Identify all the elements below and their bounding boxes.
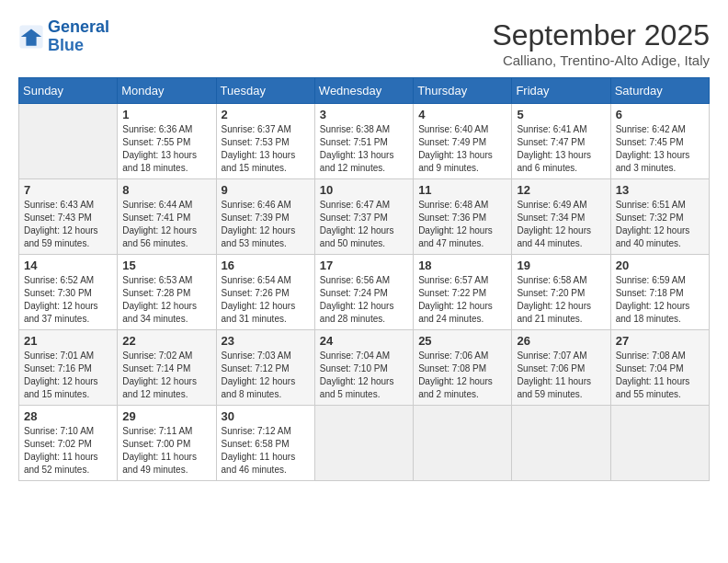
day-number: 17 [320, 259, 408, 272]
calendar-cell: 1Sunrise: 6:36 AMSunset: 7:55 PMDaylight… [118, 104, 216, 179]
day-info: Sunrise: 6:59 AMSunset: 7:18 PMDaylight:… [616, 274, 704, 326]
weekday-header-friday: Friday [512, 78, 610, 104]
day-number: 20 [616, 259, 704, 272]
calendar-week-row: 21Sunrise: 7:01 AMSunset: 7:16 PMDayligh… [19, 330, 710, 406]
day-number: 30 [222, 409, 310, 423]
day-info: Sunrise: 6:43 AMSunset: 7:43 PMDaylight:… [24, 199, 112, 250]
calendar-cell: 9Sunrise: 6:46 AMSunset: 7:39 PMDaylight… [216, 179, 314, 255]
day-number: 10 [320, 183, 408, 197]
calendar-cell: 28Sunrise: 7:10 AMSunset: 7:02 PMDayligh… [19, 406, 118, 481]
logo-text: General Blue [48, 18, 109, 55]
day-number: 21 [24, 334, 112, 348]
calendar-week-row: 14Sunrise: 6:52 AMSunset: 7:30 PMDayligh… [19, 255, 710, 330]
calendar-week-row: 28Sunrise: 7:10 AMSunset: 7:02 PMDayligh… [19, 406, 710, 481]
day-info: Sunrise: 7:12 AMSunset: 6:58 PMDaylight:… [222, 425, 310, 477]
calendar-cell: 10Sunrise: 6:47 AMSunset: 7:37 PMDayligh… [314, 179, 413, 255]
calendar-cell: 19Sunrise: 6:58 AMSunset: 7:20 PMDayligh… [512, 255, 610, 330]
calendar-cell: 18Sunrise: 6:57 AMSunset: 7:22 PMDayligh… [414, 255, 512, 330]
calendar-cell: 16Sunrise: 6:54 AMSunset: 7:26 PMDayligh… [216, 255, 314, 330]
day-number: 29 [122, 409, 210, 423]
day-info: Sunrise: 6:42 AMSunset: 7:45 PMDaylight:… [616, 123, 704, 175]
calendar-cell: 5Sunrise: 6:41 AMSunset: 7:47 PMDaylight… [512, 104, 610, 179]
day-number: 18 [418, 259, 506, 272]
day-number: 23 [222, 334, 310, 348]
day-number: 13 [616, 183, 704, 197]
day-number: 24 [320, 334, 408, 348]
calendar-cell: 24Sunrise: 7:04 AMSunset: 7:10 PMDayligh… [314, 330, 413, 406]
calendar-table: SundayMondayTuesdayWednesdayThursdayFrid… [18, 77, 710, 481]
day-info: Sunrise: 7:08 AMSunset: 7:04 PMDaylight:… [616, 350, 704, 401]
logo: General Blue [18, 18, 109, 55]
title-block: September 2025 Calliano, Trentino-Alto A… [492, 18, 710, 68]
day-number: 4 [418, 108, 506, 121]
day-info: Sunrise: 7:03 AMSunset: 7:12 PMDaylight:… [222, 350, 310, 401]
calendar-cell: 12Sunrise: 6:49 AMSunset: 7:34 PMDayligh… [512, 179, 610, 255]
day-info: Sunrise: 6:54 AMSunset: 7:26 PMDaylight:… [222, 274, 310, 326]
calendar-cell: 27Sunrise: 7:08 AMSunset: 7:04 PMDayligh… [610, 330, 709, 406]
month-title: September 2025 [492, 18, 710, 52]
day-number: 7 [24, 183, 112, 197]
calendar-cell: 6Sunrise: 6:42 AMSunset: 7:45 PMDaylight… [610, 104, 709, 179]
calendar-cell: 2Sunrise: 6:37 AMSunset: 7:53 PMDaylight… [216, 104, 314, 179]
day-number: 5 [517, 108, 605, 121]
calendar-cell: 25Sunrise: 7:06 AMSunset: 7:08 PMDayligh… [414, 330, 512, 406]
calendar-cell: 13Sunrise: 6:51 AMSunset: 7:32 PMDayligh… [610, 179, 709, 255]
day-number: 1 [122, 108, 210, 121]
day-number: 16 [222, 259, 310, 272]
calendar-cell: 8Sunrise: 6:44 AMSunset: 7:41 PMDaylight… [118, 179, 216, 255]
calendar-cell: 11Sunrise: 6:48 AMSunset: 7:36 PMDayligh… [414, 179, 512, 255]
calendar-week-row: 7Sunrise: 6:43 AMSunset: 7:43 PMDaylight… [19, 179, 710, 255]
day-info: Sunrise: 6:40 AMSunset: 7:49 PMDaylight:… [418, 123, 506, 175]
day-number: 6 [616, 108, 704, 121]
day-number: 12 [517, 183, 605, 197]
day-number: 19 [517, 259, 605, 272]
weekday-header-wednesday: Wednesday [314, 78, 413, 104]
day-info: Sunrise: 6:58 AMSunset: 7:20 PMDaylight:… [517, 274, 605, 326]
day-info: Sunrise: 7:02 AMSunset: 7:14 PMDaylight:… [122, 350, 210, 401]
weekday-header-row: SundayMondayTuesdayWednesdayThursdayFrid… [19, 78, 710, 104]
calendar-cell [414, 406, 512, 481]
day-number: 28 [24, 409, 112, 423]
day-number: 25 [418, 334, 506, 348]
day-info: Sunrise: 7:06 AMSunset: 7:08 PMDaylight:… [418, 350, 506, 401]
day-number: 9 [222, 183, 310, 197]
calendar-cell: 14Sunrise: 6:52 AMSunset: 7:30 PMDayligh… [19, 255, 118, 330]
day-info: Sunrise: 6:51 AMSunset: 7:32 PMDaylight:… [616, 199, 704, 250]
calendar-cell [314, 406, 413, 481]
calendar-cell: 4Sunrise: 6:40 AMSunset: 7:49 PMDaylight… [414, 104, 512, 179]
day-info: Sunrise: 6:46 AMSunset: 7:39 PMDaylight:… [222, 199, 310, 250]
day-info: Sunrise: 7:10 AMSunset: 7:02 PMDaylight:… [24, 425, 112, 477]
day-number: 27 [616, 334, 704, 348]
day-info: Sunrise: 6:48 AMSunset: 7:36 PMDaylight:… [418, 199, 506, 250]
day-info: Sunrise: 7:01 AMSunset: 7:16 PMDaylight:… [24, 350, 112, 401]
calendar-cell [512, 406, 610, 481]
day-info: Sunrise: 6:38 AMSunset: 7:51 PMDaylight:… [320, 123, 408, 175]
day-info: Sunrise: 7:11 AMSunset: 7:00 PMDaylight:… [122, 425, 210, 477]
day-info: Sunrise: 6:49 AMSunset: 7:34 PMDaylight:… [517, 199, 605, 250]
calendar-cell: 23Sunrise: 7:03 AMSunset: 7:12 PMDayligh… [216, 330, 314, 406]
logo-icon [18, 24, 44, 50]
calendar-week-row: 1Sunrise: 6:36 AMSunset: 7:55 PMDaylight… [19, 104, 710, 179]
day-number: 2 [222, 108, 310, 121]
day-info: Sunrise: 7:07 AMSunset: 7:06 PMDaylight:… [517, 350, 605, 401]
day-number: 11 [418, 183, 506, 197]
calendar-cell: 15Sunrise: 6:53 AMSunset: 7:28 PMDayligh… [118, 255, 216, 330]
calendar-cell: 3Sunrise: 6:38 AMSunset: 7:51 PMDaylight… [314, 104, 413, 179]
day-number: 8 [122, 183, 210, 197]
day-info: Sunrise: 6:44 AMSunset: 7:41 PMDaylight:… [122, 199, 210, 250]
day-info: Sunrise: 6:56 AMSunset: 7:24 PMDaylight:… [320, 274, 408, 326]
day-info: Sunrise: 6:57 AMSunset: 7:22 PMDaylight:… [418, 274, 506, 326]
weekday-header-monday: Monday [118, 78, 216, 104]
weekday-header-sunday: Sunday [19, 78, 118, 104]
weekday-header-tuesday: Tuesday [216, 78, 314, 104]
day-info: Sunrise: 6:41 AMSunset: 7:47 PMDaylight:… [517, 123, 605, 175]
day-number: 15 [122, 259, 210, 272]
calendar-cell [610, 406, 709, 481]
calendar-cell: 17Sunrise: 6:56 AMSunset: 7:24 PMDayligh… [314, 255, 413, 330]
day-info: Sunrise: 6:36 AMSunset: 7:55 PMDaylight:… [122, 123, 210, 175]
location-subtitle: Calliano, Trentino-Alto Adige, Italy [492, 52, 710, 68]
day-info: Sunrise: 6:37 AMSunset: 7:53 PMDaylight:… [222, 123, 310, 175]
weekday-header-saturday: Saturday [610, 78, 709, 104]
calendar-cell [19, 104, 118, 179]
day-info: Sunrise: 7:04 AMSunset: 7:10 PMDaylight:… [320, 350, 408, 401]
